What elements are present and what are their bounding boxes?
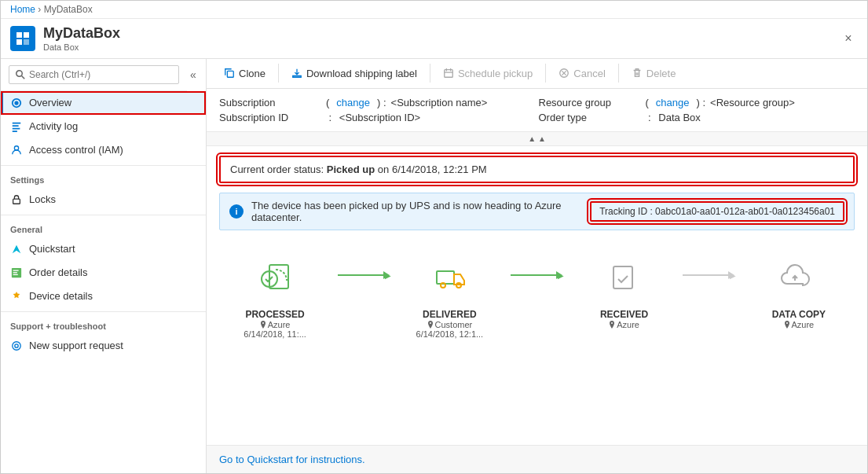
steps-labels-row: PROCESSED Azure 6/14/2018, 11:... DELIVE…: [219, 309, 855, 345]
svg-rect-27: [437, 271, 454, 284]
status-bold: Picked up: [327, 164, 375, 175]
info-message: i The device has been picked up by UPS a…: [219, 193, 855, 230]
delivered-date: 6/14/2018, 12:1...: [416, 329, 484, 339]
step-data-copy: [736, 255, 855, 303]
steps-icons-row: ▶: [219, 243, 855, 309]
app-icon: [10, 26, 35, 51]
sidebar-item-activity-log[interactable]: Activity log: [1, 115, 206, 138]
connector-2: ▶: [511, 255, 564, 280]
resource-group-value: <Resource group>: [710, 97, 795, 108]
svg-point-16: [13, 341, 21, 350]
label-processed: PROCESSED Azure 6/14/2018, 11:...: [219, 309, 331, 339]
status-date: on 6/14/2018, 12:21 PM: [375, 164, 486, 175]
schedule-pickup-button[interactable]: Schedule pickup: [435, 64, 540, 83]
svg-rect-19: [445, 70, 453, 78]
clone-icon: [224, 68, 235, 79]
app-window: Home › MyDataBox MyDataBox Data Box × «: [0, 0, 868, 474]
svg-point-28: [441, 283, 445, 288]
main-layout: « Overview Activity log Access control: [1, 59, 867, 473]
svg-rect-2: [16, 39, 22, 45]
subscription-id-label: Subscription ID: [219, 112, 321, 123]
cancel-icon: [559, 68, 570, 79]
sidebar-item-quickstart[interactable]: Quickstart: [1, 237, 206, 261]
quickstart-link[interactable]: Go to Quickstart for instructions.: [219, 454, 365, 465]
info-message-text: The device has been picked up by UPS and…: [251, 200, 590, 223]
svg-rect-7: [13, 125, 19, 127]
order-type-label: Order type: [539, 112, 641, 123]
delete-button[interactable]: Delete: [624, 64, 684, 83]
overview-label: Overview: [29, 97, 71, 108]
label-received: RECEIVED Azure: [569, 309, 680, 339]
svg-rect-11: [13, 199, 20, 204]
delivered-icon: [427, 255, 474, 303]
search-input[interactable]: [29, 69, 172, 80]
sidebar-item-device-details[interactable]: Device details: [1, 285, 206, 308]
locks-icon: [10, 193, 23, 206]
delivered-location: Customer: [427, 320, 473, 329]
activity-log-icon: [10, 120, 23, 133]
breadcrumb-home[interactable]: Home: [10, 4, 35, 15]
quickstart-bar: Go to Quickstart for instructions.: [207, 445, 867, 473]
tracking-id-badge: Tracking ID : 0abc01a0-aa01-012a-ab01-0a…: [590, 201, 844, 222]
breadcrumb-current: MyDataBox: [44, 4, 93, 15]
sidebar-collapse-button[interactable]: «: [187, 65, 206, 84]
resource-group-change-link[interactable]: change: [656, 97, 690, 108]
page-title: MyDataBox: [43, 25, 839, 42]
clone-button[interactable]: Clone: [216, 64, 273, 83]
subscription-label: Subscription: [219, 97, 321, 108]
download-icon: [291, 68, 302, 79]
sidebar: « Overview Activity log Access control: [1, 59, 207, 473]
sidebar-item-overview[interactable]: Overview: [1, 91, 206, 115]
received-name: RECEIVED: [600, 309, 648, 320]
sidebar-item-locks[interactable]: Locks: [1, 188, 206, 211]
subscription-value: <Subscription name>: [391, 97, 488, 108]
data-copy-icon: [771, 255, 819, 303]
collapse-bar[interactable]: ▲ ▲: [207, 132, 867, 146]
label-data-copy: DATA COPY Azure: [743, 309, 855, 339]
support-section-label: Support + troubleshoot: [1, 311, 206, 334]
device-details-label: Device details: [29, 290, 93, 302]
delivered-name: DELIVERED: [423, 309, 477, 320]
svg-rect-13: [13, 270, 19, 270]
processed-icon: [255, 255, 302, 303]
label-delivered: DELIVERED Customer 6/14/2018, 12:1...: [394, 309, 505, 339]
activity-log-label: Activity log: [29, 120, 78, 132]
close-button[interactable]: ×: [839, 29, 858, 48]
step-processed: [219, 255, 338, 303]
quickstart-icon: [10, 243, 23, 255]
svg-rect-3: [24, 39, 29, 45]
svg-rect-6: [13, 122, 21, 123]
processed-date: 6/14/2018, 11:...: [244, 329, 306, 339]
connector-1: ▶: [338, 255, 391, 280]
order-type-value: Data Box: [658, 112, 700, 123]
received-icon: [599, 255, 646, 303]
delete-icon: [632, 68, 643, 79]
svg-point-4: [16, 70, 23, 76]
status-text: Current order status:: [230, 164, 327, 175]
toolbar-divider-4: [618, 64, 619, 83]
settings-section-label: Settings: [1, 165, 206, 188]
support-label: New support request: [29, 340, 123, 351]
support-icon: [10, 340, 23, 352]
subscription-change-link[interactable]: change: [336, 97, 370, 108]
page-subtitle: Data Box: [43, 42, 839, 52]
subscription-id-value: <Subscription ID>: [339, 112, 420, 123]
sidebar-item-support[interactable]: New support request: [1, 334, 206, 358]
svg-line-5: [22, 75, 25, 79]
sidebar-item-access-control[interactable]: Access control (IAM): [1, 138, 206, 162]
resource-group-label: Resource group: [539, 97, 641, 108]
sidebar-item-order-details[interactable]: Order details: [1, 261, 206, 285]
info-bar: Subscription (change) : <Subscription na…: [207, 89, 867, 132]
sidebar-search: [1, 59, 187, 91]
svg-rect-30: [613, 266, 632, 288]
toolbar-divider-1: [278, 64, 279, 83]
svg-point-10: [14, 145, 18, 149]
download-shipping-label-button[interactable]: Download shipping label: [284, 64, 425, 83]
processed-name: PROCESSED: [245, 309, 304, 320]
order-details-label: Order details: [29, 266, 87, 278]
svg-rect-0: [16, 32, 22, 38]
cancel-button[interactable]: Cancel: [551, 64, 613, 83]
collapse-icon: ▲ ▲: [528, 134, 546, 143]
status-box: Current order status: Picked up on 6/14/…: [219, 156, 855, 183]
svg-rect-15: [13, 274, 18, 274]
